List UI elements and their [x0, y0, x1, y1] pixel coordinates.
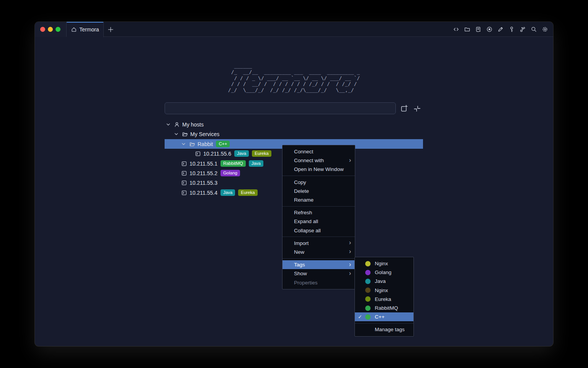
tag-color-dot	[365, 306, 371, 311]
close-window-button[interactable]	[40, 27, 45, 32]
tag-color-dot	[365, 288, 371, 293]
menu-item-show[interactable]: Show›	[283, 269, 355, 278]
menu-separator	[283, 258, 355, 259]
minimize-window-button[interactable]	[48, 27, 53, 32]
tree-row-my-services[interactable]: My Services	[165, 129, 423, 139]
tree-label: 10.211.55.4	[189, 190, 217, 196]
tag-badge: Golang	[220, 170, 240, 176]
tag-item-nginx[interactable]: Nginx	[355, 259, 413, 268]
tag-item-golang[interactable]: Golang	[355, 268, 413, 277]
menu-separator	[355, 323, 413, 324]
termora-window: Termora	[35, 22, 553, 346]
chevron-down-icon[interactable]	[181, 141, 186, 146]
tab-title: Termora	[79, 26, 99, 33]
menu-item-manage-tags[interactable]: Manage tags	[355, 325, 413, 334]
menu-item-collapse-all[interactable]: Collapse all	[283, 226, 355, 235]
terminal-icon	[181, 170, 187, 176]
tag-badge: Java	[234, 150, 249, 157]
ascii-art: ______ /_ __/__ _________ ___ ____ _____…	[228, 63, 360, 93]
menu-item-refresh[interactable]: Refresh	[283, 208, 355, 217]
menu-item-new[interactable]: New›	[283, 248, 355, 256]
tag-item-cpp[interactable]: ✓ C++	[355, 312, 413, 321]
tree-label: My Services	[190, 131, 219, 137]
menu-separator	[283, 176, 355, 176]
toolbar	[453, 22, 548, 37]
tag-item-java[interactable]: Java	[355, 277, 413, 286]
tree-row-my-hosts[interactable]: My hosts	[165, 120, 423, 129]
tag-badge: Eureka	[252, 150, 271, 157]
tree-label: 10.211.55.3	[189, 180, 217, 186]
terminal-icon	[181, 190, 187, 196]
tree-label: 10.211.55.6	[203, 151, 231, 157]
terminal-icon	[181, 161, 187, 167]
edit-icon[interactable]	[497, 26, 504, 33]
menu-item-tags[interactable]: Tags›	[283, 260, 355, 269]
submenu-arrow-icon: ›	[349, 271, 351, 276]
record-icon[interactable]	[486, 26, 493, 33]
chevron-down-icon[interactable]	[174, 131, 179, 136]
active-tab-accent	[67, 22, 103, 23]
submenu-arrow-icon: ›	[349, 262, 351, 267]
terminal-icon	[181, 180, 187, 186]
tag-badge: Eureka	[238, 189, 257, 196]
zoom-window-button[interactable]	[56, 27, 60, 32]
tag-badge: C++	[216, 141, 230, 147]
new-tab-button[interactable]	[107, 26, 114, 33]
tree-label: My hosts	[182, 122, 204, 128]
tree-label: 10.211.55.1	[189, 161, 217, 167]
tag-item-nginx-2[interactable]: Nginx	[355, 286, 413, 295]
menu-item-copy[interactable]: Copy	[283, 178, 355, 187]
menu-item-expand-all[interactable]: Expand all	[283, 217, 355, 226]
tag-color-dot	[365, 314, 371, 320]
menu-separator	[283, 237, 355, 237]
terminal-icon	[195, 151, 201, 157]
menu-item-rename[interactable]: Rename	[283, 196, 355, 204]
submenu-arrow-icon: ›	[349, 249, 351, 254]
submenu-arrow-icon: ›	[349, 158, 351, 163]
tag-item-eureka[interactable]: Eureka	[355, 295, 413, 304]
menu-item-connect[interactable]: Connect	[283, 147, 355, 156]
search-input[interactable]	[165, 102, 396, 114]
titlebar: Termora	[35, 22, 553, 37]
chevron-down-icon[interactable]	[166, 122, 171, 127]
tag-color-dot	[365, 296, 371, 302]
tag-color-dot	[365, 279, 371, 284]
code-icon[interactable]	[453, 26, 459, 33]
new-host-button[interactable]	[399, 104, 408, 113]
settings-icon[interactable]	[542, 26, 548, 33]
search-icon[interactable]	[531, 26, 537, 33]
tag-badge: Java	[220, 189, 235, 196]
tag-item-rabbitmq[interactable]: RabbitMQ	[355, 304, 413, 312]
tab-termora[interactable]: Termora	[67, 22, 104, 37]
menu-item-connect-with[interactable]: Connect with›	[283, 156, 355, 165]
user-icon	[174, 122, 180, 128]
context-menu: Connect Connect with› Open in New Window…	[282, 145, 355, 289]
submenu-arrow-icon: ›	[349, 240, 351, 245]
log-icon[interactable]	[475, 26, 482, 33]
key-icon[interactable]	[508, 26, 515, 33]
tag-badge: RabbitMQ	[220, 160, 246, 167]
tree-label: Rabbit	[198, 141, 213, 147]
traffic-lights	[35, 22, 67, 37]
tag-color-dot	[365, 261, 371, 266]
folder-open-icon	[189, 141, 195, 147]
folder-icon[interactable]	[464, 26, 470, 33]
menu-item-delete[interactable]: Delete	[283, 187, 355, 196]
tag-color-dot	[365, 270, 371, 275]
menu-item-open-in-new-window[interactable]: Open in New Window	[283, 165, 355, 174]
menu-separator	[283, 206, 355, 207]
menu-item-properties: Properties	[283, 278, 355, 287]
menu-item-import[interactable]: Import›	[283, 239, 355, 248]
collapse-all-button[interactable]	[412, 104, 421, 113]
folder-open-icon	[182, 131, 188, 137]
tags-submenu: Nginx Golang Java Nginx Eureka	[354, 257, 414, 337]
desktop: Termora	[0, 0, 588, 368]
keychain-icon[interactable]	[519, 26, 526, 33]
ascii-banner: ______ /_ __/__ _________ ___ ____ _____…	[35, 63, 553, 93]
tree-label: 10.211.55.2	[189, 170, 217, 176]
checkmark-icon: ✓	[358, 314, 365, 320]
home-icon	[71, 26, 77, 33]
tag-badge: Java	[249, 160, 263, 167]
